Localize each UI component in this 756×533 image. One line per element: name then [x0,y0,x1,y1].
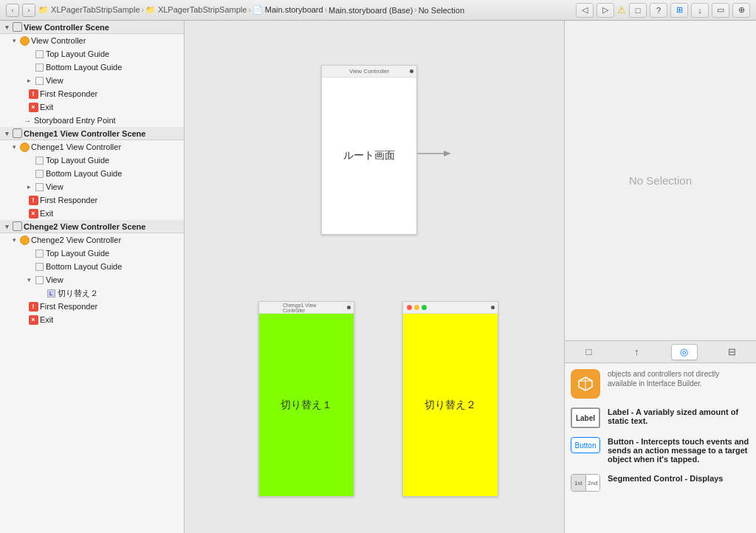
lib-label-text: Label - A variably sized amount of stati… [608,408,750,427]
chenge2-vc-arrow[interactable] [9,235,19,245]
sidebar-item-top-layout-1[interactable]: Top Layout Guide [0,47,184,61]
add-button[interactable]: ⊕ [732,3,750,18]
chenge1-vc-mockup[interactable]: Chenge1 View Controller 切り替え１ [258,301,354,497]
sidebar-item-label-1[interactable]: L 切り替え２ [0,286,184,300]
layout-guide-icon-5 [34,248,44,258]
forward-button[interactable]: › [22,4,35,17]
library-item-segmented: 1st 2nd Segmented Control - Displays [571,474,750,492]
exit-icon-2 [28,208,38,219]
sidebar-item-view-1[interactable]: View [0,74,184,87]
root-vc-dot [410,69,413,73]
tab-attributes[interactable]: ⊟ [719,344,746,360]
nav-back-button[interactable]: ◁ [576,3,594,18]
section-chenge1-label: Chenge1 View Controller Scene [24,129,145,138]
sidebar-item-vc[interactable]: View Controller [0,34,184,47]
lib-button-text: Button - Intercepts touch events and sen… [608,437,750,465]
layout-guide-icon-1 [34,49,44,59]
warning-icon: ⚠ [617,4,626,16]
section-chenge1-scene[interactable]: Chenge1 View Controller Scene [0,127,184,140]
lib-segmented-text: Segmented Control - Displays [608,474,723,484]
library-content: objects and controllers not directly ava… [565,363,756,533]
breadcrumb-item-4[interactable]: Main.storyboard (Base) [329,6,413,15]
sidebar-item-exit-2[interactable]: Exit [0,207,184,220]
tab-file[interactable]: □ [575,344,602,360]
entry-label: Storyboard Entry Point [34,116,116,125]
grid-button[interactable]: ⊞ [670,3,688,18]
sidebar-item-bottom-layout-3[interactable]: Bottom Layout Guide [0,260,184,273]
view-icon-1 [34,75,44,86]
sidebar-item-entry-point[interactable]: → Storyboard Entry Point [0,114,184,127]
library-item-label: Label Label - A variably sized amount of… [571,408,750,428]
inspector-button[interactable]: ▭ [712,3,729,18]
right-bottom: □ ↑ ◎ ⊟ objects and controll [565,341,756,533]
doc-button[interactable]: □ [629,3,647,18]
root-vc-header: View Controller [322,66,416,78]
vc-arrow[interactable] [9,35,19,46]
chenge1-vc-body: 切り替え１ [259,314,354,496]
section-chenge1-arrow[interactable] [1,128,12,139]
lib-cube-icon [571,369,600,399]
back-button[interactable]: ‹ [6,4,19,17]
canvas[interactable]: View Controller ルート画面 Chenge1 View Contr… [185,21,564,533]
label-icon-1: L [46,288,56,298]
sidebar-item-chenge1-vc[interactable]: Chenge1 View Controller [0,140,184,154]
responder-icon-1 [28,89,38,99]
view-3-arrow[interactable] [24,275,34,285]
lib-label-icon: Label [571,408,600,428]
no-selection-text: No Selection [629,174,692,187]
section-chenge2-arrow[interactable] [1,221,12,232]
layout-guide-icon-2 [34,62,44,72]
breadcrumb-item-1[interactable]: 📁 XLPagerTabStripSample [38,5,140,15]
view-1-arrow[interactable] [24,75,34,86]
root-vc-mockup[interactable]: View Controller ルート画面 [321,65,417,235]
sidebar-item-bottom-layout-2[interactable]: Bottom Layout Guide [0,167,184,180]
exit-label-3: Exit [40,315,53,324]
chenge1-vc-label: Chenge1 View Controller [31,142,121,151]
download-button[interactable]: ↓ [691,3,709,18]
scene-icon-3 [12,221,22,232]
nav-forward-button[interactable]: ▷ [597,3,614,18]
sidebar-item-first-responder-3[interactable]: First Responder [0,300,184,313]
sidebar-item-top-layout-3[interactable]: Top Layout Guide [0,247,184,260]
sidebar-item-view-3[interactable]: View [0,273,184,286]
right-panel: No Selection □ ↑ ◎ ⊟ [564,21,756,533]
sidebar-item-first-responder-1[interactable]: First Responder [0,87,184,100]
lib-segmented-desc: Displays [690,474,723,483]
sidebar-item-view-2[interactable]: View [0,180,184,193]
traffic-red [407,305,412,310]
section-chenge2-scene[interactable]: Chenge2 View Controller Scene [0,220,184,233]
sidebar-item-exit-1[interactable]: Exit [0,100,184,114]
section-vc-scene[interactable]: View Controller Scene [0,21,184,34]
chenge1-vc-arrow[interactable] [9,142,19,152]
sidebar-item-chenge2-vc[interactable]: Chenge2 View Controller [0,233,184,247]
traffic-yellow [414,305,419,310]
right-bottom-tabs: □ ↑ ◎ ⊟ [565,341,756,363]
layout-guide-icon-3 [34,155,44,165]
chenge2-traffic-lights [403,302,498,314]
view-icon-2 [34,182,44,192]
lib-button-name: Button - Intercepts touch events and sen… [608,437,750,464]
arrow-connector [417,146,454,161]
sidebar-item-bottom-layout-1[interactable]: Bottom Layout Guide [0,61,184,74]
section-vc-arrow[interactable] [1,22,12,32]
exit-label-2: Exit [40,209,53,218]
breadcrumb-item-3[interactable]: 📄 Main.storyboard [252,5,323,15]
chenge2-vc-mockup[interactable]: 切り替え２ [402,301,498,497]
chenge1-vc-text: 切り替え１ [281,399,332,412]
sidebar-item-first-responder-2[interactable]: First Responder [0,193,184,207]
responder-icon-2 [28,195,38,205]
view-2-arrow[interactable] [24,182,34,192]
sidebar-item-top-layout-2[interactable]: Top Layout Guide [0,154,184,167]
section-vc-label: View Controller Scene [24,23,109,32]
tab-identity[interactable]: ◎ [671,344,698,360]
breadcrumb-item-2[interactable]: 📁 XLPagerTabStripSample [145,5,247,15]
top-layout-label-1: Top Layout Guide [46,49,109,58]
sidebar-item-exit-3[interactable]: Exit [0,313,184,326]
chenge2-vc-dot [491,306,495,309]
segue-arrow [417,146,454,161]
tab-quick-help[interactable]: ↑ [623,344,650,360]
help-button[interactable]: ? [650,3,667,18]
responder-label-3: First Responder [40,302,97,311]
breadcrumb-item-5[interactable]: No Selection [419,6,464,15]
lib-cube-desc: objects and controllers not directly ava… [608,369,750,388]
